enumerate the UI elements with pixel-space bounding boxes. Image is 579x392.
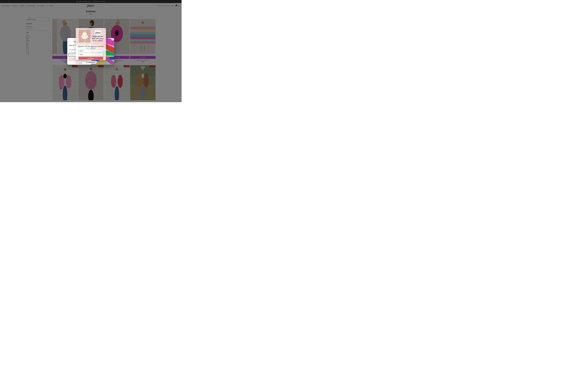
vip-subtext: Valid on orders over $70.: [86, 48, 96, 49]
vip-email-input[interactable]: [78, 53, 103, 56]
mailmunch-logo-icon: [86, 61, 88, 63]
vip-popup-close-icon[interactable]: ✕: [104, 28, 105, 30]
white-dress-photo: [79, 30, 90, 44]
vip-signup-popup: ✕ jfahri Sign up for $20 off your first …: [76, 28, 106, 60]
announcement-text: FREE SHIPPING $100+ , AFTERPAY AVAILABLE: [79, 1, 105, 2]
headline-line-1: Sign up for: [91, 35, 105, 38]
no-thanks-link[interactable]: No Thanks: [76, 62, 82, 64]
welcome-popup-close-icon[interactable]: ✕: [112, 38, 114, 41]
signup-offer-headline: Sign up for $20 off your first order!: [91, 35, 105, 42]
shipping-truck-icon: [76, 1, 78, 2]
vip-popup-hero: jfahri Sign up for $20 off your first or…: [76, 28, 106, 45]
vip-heading: Become a VIP and claim your discount!: [78, 46, 104, 47]
vip-popup-form: Become a VIP and claim your discount! Va…: [76, 45, 106, 60]
popup-brand-logo: jfahri: [95, 31, 101, 35]
vip-name-input[interactable]: [78, 49, 103, 52]
announcement-close-icon[interactable]: ✕: [179, 1, 180, 2]
announcement-bar: FREE SHIPPING $100+ , AFTERPAY AVAILABLE…: [0, 0, 182, 3]
mailmunch-badge[interactable]: mailmunch: [85, 61, 97, 64]
headline-line-3: first order!: [91, 40, 105, 42]
join-now-button[interactable]: Join Now: [78, 57, 103, 60]
headline-line-2: $20 off your: [91, 38, 105, 40]
mailmunch-label: mailmunch: [88, 62, 95, 63]
